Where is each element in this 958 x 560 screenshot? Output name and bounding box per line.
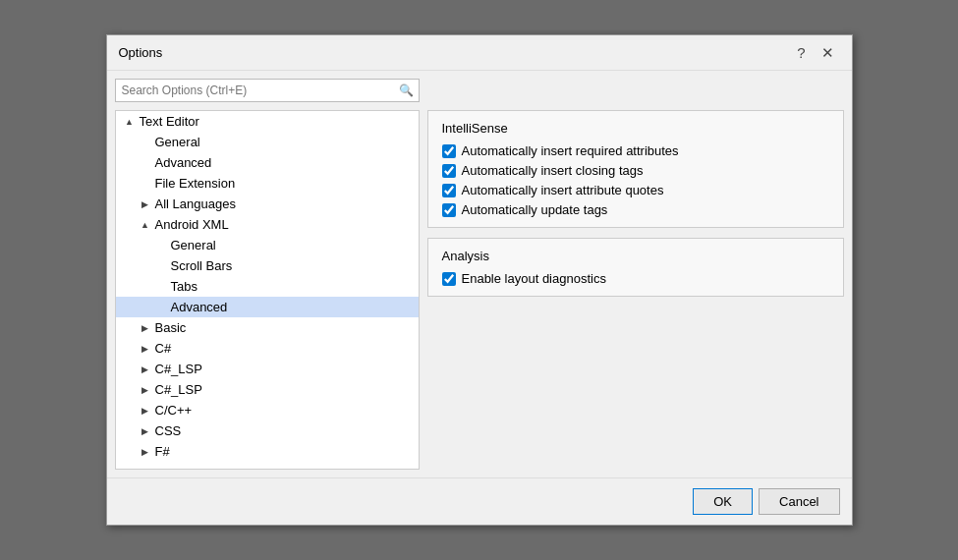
tree-label-advanced-te: Advanced <box>155 155 212 170</box>
tree-label-csharp: C# <box>155 341 172 356</box>
tree-item-general2[interactable]: General <box>116 235 419 255</box>
tree-label-general2: General <box>171 238 216 252</box>
search-wrapper: 🔍 <box>115 79 420 102</box>
right-panel: IntelliSense Automatically insert requir… <box>427 110 844 470</box>
checkbox-auto-insert-closing[interactable] <box>442 164 456 178</box>
tree-arrow-csharp: ▶ <box>140 344 151 354</box>
tree-label-css: CSS <box>155 423 182 438</box>
tree-label-tabs: Tabs <box>171 279 197 294</box>
tree-item-tabs[interactable]: Tabs <box>116 276 419 297</box>
main-content: ▲Text EditorGeneralAdvancedFile Extensio… <box>115 110 844 470</box>
checkbox-label-auto-update-tags: Automatically update tags <box>462 202 608 217</box>
tree-item-scroll-bars[interactable]: Scroll Bars <box>116 255 419 276</box>
checkbox-row-auto-insert-quotes: Automatically insert attribute quotes <box>442 183 829 197</box>
tree-label-file-ext: File Extension <box>155 176 236 191</box>
checkbox-auto-update-tags[interactable] <box>442 203 456 217</box>
checkbox-label-auto-insert-quotes: Automatically insert attribute quotes <box>462 183 664 197</box>
tree-arrow-all-languages: ▶ <box>140 199 151 209</box>
search-input[interactable] <box>115 79 420 102</box>
options-dialog: Options ? ✕ 🔍 ▲Text EditorGeneralAdvance… <box>106 34 853 526</box>
checkbox-row-enable-layout-diag: Enable layout diagnostics <box>442 271 829 286</box>
tree-label-android-xml: Android XML <box>155 217 229 232</box>
dialog-footer: OK Cancel <box>107 477 852 525</box>
tree-item-basic[interactable]: ▶Basic <box>116 317 419 338</box>
tree-item-csharp-lsp2[interactable]: ▶C#_LSP <box>116 379 419 400</box>
tree-arrow-basic: ▶ <box>140 323 151 333</box>
tree-label-all-languages: All Languages <box>155 196 236 211</box>
tree-label-csharp-lsp2: C#_LSP <box>155 382 202 397</box>
title-bar: Options ? ✕ <box>107 35 852 71</box>
tree-item-advanced[interactable]: Advanced <box>116 297 419 317</box>
tree-item-fsharp[interactable]: ▶F# <box>116 441 419 462</box>
checkbox-label-auto-insert-closing: Automatically insert closing tags <box>462 163 644 178</box>
tree-arrow-csharp-lsp2: ▶ <box>140 385 151 395</box>
close-button[interactable]: ✕ <box>816 43 840 62</box>
tree-arrow-cpp: ▶ <box>140 406 151 416</box>
checkbox-auto-insert-attrs[interactable] <box>442 144 456 158</box>
tree-arrow-fsharp: ▶ <box>140 447 151 457</box>
checkbox-row-auto-insert-closing: Automatically insert closing tags <box>442 163 829 178</box>
analysis-title: Analysis <box>442 249 829 263</box>
checkbox-row-auto-update-tags: Automatically update tags <box>442 202 829 217</box>
checkbox-label-enable-layout-diag: Enable layout diagnostics <box>462 271 606 286</box>
tree-arrow-css: ▶ <box>140 426 151 436</box>
tree-arrow-android-xml: ▲ <box>140 220 151 230</box>
tree-item-csharp-lsp1[interactable]: ▶C#_LSP <box>116 359 419 379</box>
tree-label-csharp-lsp1: C#_LSP <box>155 362 202 376</box>
help-button[interactable]: ? <box>791 43 811 62</box>
tree-label-advanced: Advanced <box>171 300 228 314</box>
intellisense-title: IntelliSense <box>442 121 829 136</box>
tree-item-general[interactable]: General <box>116 132 419 152</box>
tree-arrow-csharp-lsp1: ▶ <box>140 364 151 374</box>
checkbox-auto-insert-quotes[interactable] <box>442 184 456 197</box>
title-bar-left: Options <box>119 45 163 60</box>
tree-label-text-editor: Text Editor <box>140 114 199 129</box>
tree-item-all-languages[interactable]: ▶All Languages <box>116 194 419 214</box>
tree-item-cpp[interactable]: ▶C/C++ <box>116 400 419 420</box>
checkbox-label-auto-insert-attrs: Automatically insert required attributes <box>462 143 679 158</box>
title-bar-right: ? ✕ <box>791 43 839 62</box>
analysis-section: Analysis Enable layout diagnostics <box>427 238 844 297</box>
tree-item-text-editor[interactable]: ▲Text Editor <box>116 111 419 132</box>
tree-item-advanced-te[interactable]: Advanced <box>116 152 419 173</box>
dialog-title: Options <box>119 45 163 60</box>
ok-button[interactable]: OK <box>693 488 753 515</box>
dialog-body: 🔍 ▲Text EditorGeneralAdvancedFile Extens… <box>107 71 852 477</box>
tree-item-csharp[interactable]: ▶C# <box>116 338 419 359</box>
checkbox-row-auto-insert-attrs: Automatically insert required attributes <box>442 143 829 158</box>
intellisense-section: IntelliSense Automatically insert requir… <box>427 110 844 228</box>
tree-label-basic: Basic <box>155 320 187 335</box>
checkbox-enable-layout-diag[interactable] <box>442 272 456 286</box>
tree-panel: ▲Text EditorGeneralAdvancedFile Extensio… <box>115 110 420 470</box>
tree-label-fsharp: F# <box>155 444 170 459</box>
cancel-button[interactable]: Cancel <box>759 488 839 515</box>
tree-item-android-xml[interactable]: ▲Android XML <box>116 214 419 235</box>
tree-label-scroll-bars: Scroll Bars <box>171 258 233 273</box>
tree-label-cpp: C/C++ <box>155 403 193 418</box>
tree-item-file-ext[interactable]: File Extension <box>116 173 419 194</box>
tree-label-general: General <box>155 135 200 149</box>
tree-item-css[interactable]: ▶CSS <box>116 420 419 441</box>
tree-arrow-text-editor: ▲ <box>124 117 136 127</box>
